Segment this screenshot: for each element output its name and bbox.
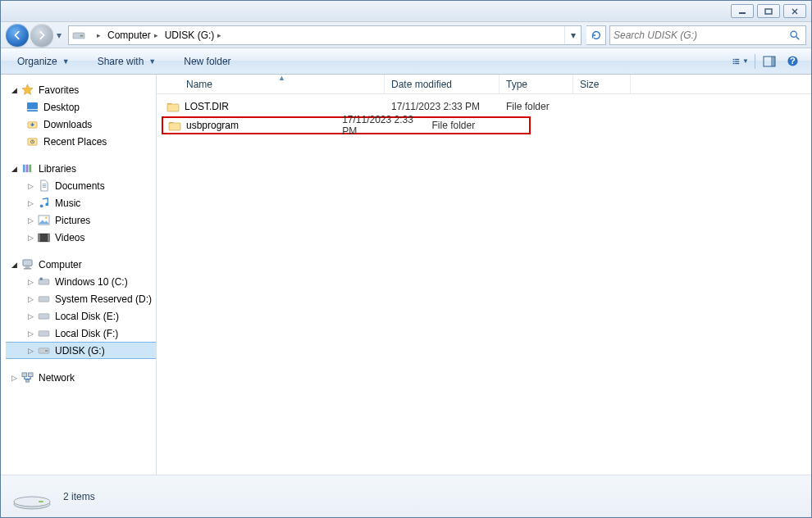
sidebar-libraries[interactable]: ◢ Libraries [6,160,156,177]
sidebar-item-drive-c[interactable]: ▷ Windows 10 (C:) [6,273,156,290]
new-folder-label: New folder [184,56,230,67]
file-name: LOST.DIR [185,101,229,112]
drive-icon [12,484,52,510]
share-menu[interactable]: Share with▼ [91,52,163,70]
maximize-button[interactable] [757,4,780,18]
expander-icon: ▷ [25,234,35,242]
expander-icon: ▷ [25,312,35,320]
svg-rect-1 [765,9,772,14]
history-dropdown[interactable]: ▾ [55,30,63,41]
file-type: File folder [500,101,573,112]
forward-button[interactable] [30,24,53,47]
breadcrumb-root[interactable]: ▸ [90,26,104,44]
status-bar: 2 items [1,475,811,517]
sidebar-label: Network [39,372,75,384]
svg-point-26 [44,216,47,219]
preview-pane-button[interactable] [760,53,778,70]
explorer-window: ▾ ▸ Computer ▸ UDISK (G:) ▸ ▾ [0,0,812,518]
sidebar-item-label: Downloads [43,119,92,130]
address-dropdown[interactable]: ▾ [564,26,581,44]
new-folder-button[interactable]: New folder [177,52,237,70]
share-label: Share with [98,56,144,67]
sidebar-item-drive-e[interactable]: ▷ Local Disk (E:) [6,307,156,325]
organize-menu[interactable]: Organize▼ [11,52,76,70]
search-box[interactable] [609,25,806,45]
breadcrumb-udisk[interactable]: UDISK (G:) ▸ [162,26,226,44]
sidebar-item-videos[interactable]: ▷ Videos [6,229,156,246]
sidebar-network[interactable]: ▷ Network [6,369,156,386]
expander-icon: ▷ [25,278,35,286]
folder-icon [168,119,181,132]
navigation-pane[interactable]: ◢ Favorites Desktop Downloads Recent Pla… [1,75,157,475]
back-button[interactable] [6,24,29,47]
sidebar-item-desktop[interactable]: Desktop [6,98,156,116]
svg-point-23 [39,204,43,207]
svg-rect-36 [39,314,49,319]
view-options-button[interactable]: ▼ [732,53,750,70]
command-bar: Organize▼ Share with▼ New folder ▼ ? [1,48,811,75]
sidebar-item-drive-g[interactable]: ▷ UDISK (G:) [6,342,156,359]
svg-rect-0 [739,12,746,14]
help-button[interactable]: ? [783,53,801,70]
svg-rect-41 [28,373,33,377]
svg-point-46 [14,497,50,507]
sidebar-item-documents[interactable]: ▷ Documents [6,177,156,194]
svg-rect-42 [25,379,29,382]
expander-icon: ▷ [25,182,35,190]
sidebar-item-recent[interactable]: Recent Places [6,133,156,150]
breadcrumb-computer[interactable]: Computer ▸ [104,26,162,44]
sidebar-item-label: System Reserved (D:) [55,293,152,305]
chevron-right-icon: ▸ [97,31,101,39]
expander-icon: ▷ [9,374,19,382]
file-type: File folder [425,120,483,131]
svg-rect-3 [80,35,83,36]
svg-text:?: ? [790,56,796,66]
column-date[interactable]: Date modified [385,75,500,93]
column-type[interactable]: Type [500,75,573,93]
refresh-button[interactable] [586,25,606,45]
file-rows[interactable]: LOST.DIR17/11/2023 2:33 PMFile folderusb… [157,94,811,475]
sidebar-item-label: Videos [55,232,84,243]
expander-icon: ◢ [9,86,19,94]
drive-icon [37,344,50,357]
star-icon [21,84,34,97]
navigation-bar: ▾ ▸ Computer ▸ UDISK (G:) ▸ ▾ [1,22,811,48]
close-button[interactable] [783,4,806,18]
search-input[interactable] [614,30,787,41]
svg-rect-16 [27,110,38,111]
svg-rect-8 [735,61,739,61]
breadcrumb-label: Computer [107,30,151,41]
svg-rect-32 [23,268,30,269]
expander-icon: ▷ [25,216,35,225]
expander-icon: ▷ [25,295,35,303]
chevron-right-icon: ▸ [217,31,221,39]
svg-rect-7 [733,61,735,61]
sidebar-item-label: Recent Places [43,136,107,148]
sidebar-item-downloads[interactable]: Downloads [6,116,156,133]
sidebar-item-label: Pictures [55,215,90,226]
sidebar-item-label: Desktop [43,102,80,113]
file-date: 17/11/2023 2:33 PM [385,101,500,112]
sidebar-item-pictures[interactable]: ▷ Pictures [6,211,156,229]
music-icon [37,197,50,210]
column-headers: Name ▲ Date modified Type Size [157,75,811,94]
sidebar-item-label: Music [55,198,80,209]
svg-rect-27 [38,234,48,241]
column-size[interactable]: Size [573,75,631,93]
column-name[interactable]: Name ▲ [180,75,385,93]
sidebar-favorites[interactable]: ◢ Favorites [6,81,156,98]
sidebar-item-music[interactable]: ▷ Music [6,194,156,211]
breadcrumb-label: UDISK (G:) [165,30,215,41]
search-icon[interactable] [787,30,802,41]
sidebar-computer[interactable]: ◢ Computer [6,256,156,273]
svg-rect-31 [25,266,30,268]
svg-rect-12 [771,57,775,66]
sidebar-item-drive-d[interactable]: ▷ System Reserved (D:) [6,290,156,307]
sidebar-item-drive-f[interactable]: ▷ Local Disk (F:) [6,325,156,342]
table-row[interactable]: LOST.DIR17/11/2023 2:33 PMFile folder [157,98,811,116]
minimize-button[interactable] [731,4,754,18]
address-bar[interactable]: ▸ Computer ▸ UDISK (G:) ▸ ▾ [68,25,582,45]
table-row[interactable]: usbprogram17/11/2023 2:33 PMFile folder [162,116,531,134]
svg-rect-44 [169,123,180,130]
file-list: Name ▲ Date modified Type Size LOST.DIR1… [157,75,811,475]
